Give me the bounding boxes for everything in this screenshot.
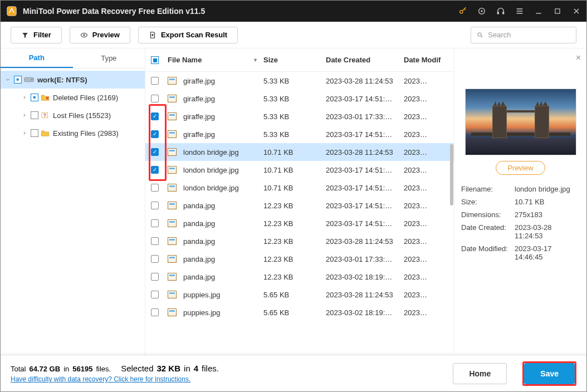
row-checkbox[interactable] [151, 219, 159, 227]
table-row[interactable]: panda.jpg12.23 KB2023-03-02 18:19:…2023… [145, 268, 454, 286]
table-row[interactable]: panda.jpg12.23 KB2023-03-17 14:51:…2023… [145, 214, 454, 232]
file-date-modified: 2023… [404, 273, 443, 281]
table-row[interactable]: panda.jpg12.23 KB2023-03-28 11:24:532023… [145, 232, 454, 250]
filter-button[interactable]: Filter [11, 27, 62, 43]
meta-value: london bridge.jpg [515, 185, 580, 193]
col-filename[interactable]: File Name [168, 56, 202, 64]
preview-open-button[interactable]: Preview [496, 161, 545, 175]
table-row[interactable]: london bridge.jpg10.71 KB2023-03-28 11:2… [145, 143, 454, 161]
table-row[interactable]: puppies.jpg5.65 KB2023-03-02 18:19:…2023… [145, 303, 454, 321]
file-name: panda.jpg [183, 219, 215, 228]
file-size: 5.33 KB [263, 130, 326, 139]
file-size: 12.23 KB [263, 202, 326, 210]
file-date-created: 2023-03-17 14:51:… [326, 202, 404, 210]
row-checkbox[interactable] [151, 237, 159, 245]
file-date-created: 2023-03-28 11:24:53 [326, 237, 404, 246]
tab-type[interactable]: Type [73, 48, 145, 68]
help-link[interactable]: Have difficulty with data recovery? Clic… [11, 375, 219, 383]
image-file-icon [168, 130, 177, 138]
checkbox[interactable] [31, 129, 38, 137]
file-table: File Name▾ Size Date Created Date Modif … [145, 48, 454, 355]
row-checkbox[interactable] [151, 291, 159, 298]
disc-icon[interactable] [477, 7, 486, 16]
image-file-icon [168, 95, 177, 102]
preview-thumbnail [465, 89, 576, 155]
file-name: giraffe.jpg [183, 77, 215, 85]
search-input[interactable] [488, 31, 570, 39]
file-name: giraffe.jpg [183, 95, 215, 103]
tree-item-label: Lost Files (15523) [53, 111, 111, 120]
row-checkbox[interactable] [151, 77, 159, 85]
table-row[interactable]: panda.jpg12.23 KB2023-03-17 14:51:…2023… [145, 197, 454, 214]
checkbox[interactable] [31, 94, 38, 101]
file-date-modified: 2023… [404, 95, 443, 103]
tree-item-deleted[interactable]: Deleted Files (2169) [1, 89, 145, 106]
export-button[interactable]: Export Scan Result [138, 27, 238, 43]
filter-label: Filter [33, 31, 51, 39]
table-row[interactable]: panda.jpg12.23 KB2023-03-01 17:33:…2023… [145, 250, 454, 268]
file-name: panda.jpg [183, 237, 215, 246]
home-button[interactable]: Home [453, 363, 507, 384]
headphones-icon[interactable] [496, 7, 505, 16]
chevron-right-icon [22, 130, 27, 136]
table-row[interactable]: giraffe.jpg5.33 KB2023-03-28 11:24:53202… [145, 72, 454, 90]
row-checkbox[interactable] [151, 273, 159, 281]
col-date-created[interactable]: Date Created [326, 56, 404, 64]
row-checkbox[interactable] [151, 95, 159, 102]
row-checkbox[interactable] [151, 166, 159, 174]
statusbar: Total 64.72 GB in 56195 files. Selected … [1, 355, 586, 391]
row-checkbox[interactable] [151, 308, 159, 316]
key-icon[interactable] [458, 7, 467, 16]
meta-key: Filename: [461, 185, 515, 193]
meta-key: Size: [461, 198, 515, 206]
table-row[interactable]: giraffe.jpg5.33 KB2023-03-17 14:51:…2023… [145, 90, 454, 107]
status-total-prefix: Total [11, 365, 26, 373]
maximize-icon[interactable] [553, 7, 562, 16]
close-icon[interactable] [572, 7, 581, 16]
select-all-checkbox[interactable] [151, 56, 159, 64]
scrollbar-thumb[interactable] [450, 144, 453, 205]
file-size: 12.23 KB [263, 273, 326, 281]
status-sel-suffix: files. [202, 364, 219, 373]
table-row[interactable]: london bridge.jpg10.71 KB2023-03-17 14:5… [145, 179, 454, 197]
meta-value: 2023-03-17 14:46:45 [515, 244, 580, 261]
minimize-icon[interactable] [534, 7, 543, 16]
checkbox[interactable] [14, 76, 22, 84]
scrollbar[interactable] [449, 72, 454, 355]
tree-item-lost[interactable]: ? Lost Files (15523) [1, 106, 145, 124]
menu-icon[interactable] [515, 7, 524, 16]
file-size: 10.71 KB [263, 148, 326, 156]
close-preview-icon[interactable]: × [576, 53, 581, 63]
table-row[interactable]: puppies.jpg5.65 KB2023-03-28 11:24:53202… [145, 286, 454, 303]
search-input-wrap[interactable] [471, 27, 576, 43]
status-sel-mid: in [184, 364, 190, 373]
image-file-icon [168, 148, 177, 156]
folder-lost-icon: ? [41, 111, 50, 120]
file-name: london bridge.jpg [183, 166, 239, 174]
tree-root[interactable]: work(E: NTFS) [1, 71, 145, 89]
sort-indicator-icon: ▾ [254, 57, 257, 63]
row-checkbox[interactable] [151, 255, 159, 263]
tab-path[interactable]: Path [1, 48, 73, 68]
row-checkbox[interactable] [151, 202, 159, 209]
row-checkbox[interactable] [151, 130, 159, 138]
col-date-modified[interactable]: Date Modif [404, 56, 443, 64]
file-date-modified: 2023… [404, 130, 443, 139]
checkbox[interactable] [31, 111, 38, 119]
image-file-icon [168, 255, 177, 263]
file-date-modified: 2023… [404, 255, 443, 263]
row-checkbox[interactable] [151, 112, 159, 120]
row-checkbox[interactable] [151, 184, 159, 192]
save-button[interactable]: Save [524, 363, 575, 384]
tree-item-label: Existing Files (2983) [53, 129, 119, 138]
preview-button[interactable]: Preview [70, 27, 130, 43]
tree-item-existing[interactable]: Existing Files (2983) [1, 124, 145, 142]
table-row[interactable]: london bridge.jpg10.71 KB2023-03-17 14:5… [145, 161, 454, 179]
file-date-created: 2023-03-28 11:24:53 [326, 291, 404, 299]
table-row[interactable]: giraffe.jpg5.33 KB2023-03-01 17:33:…2023… [145, 107, 454, 125]
file-date-modified: 2023… [404, 112, 443, 121]
col-size[interactable]: Size [263, 56, 326, 64]
table-row[interactable]: giraffe.jpg5.33 KB2023-03-17 14:51:…2023… [145, 125, 454, 143]
row-checkbox[interactable] [151, 148, 159, 156]
preview-pane: × Preview Filename:london bridge.jpgSize… [454, 48, 586, 355]
